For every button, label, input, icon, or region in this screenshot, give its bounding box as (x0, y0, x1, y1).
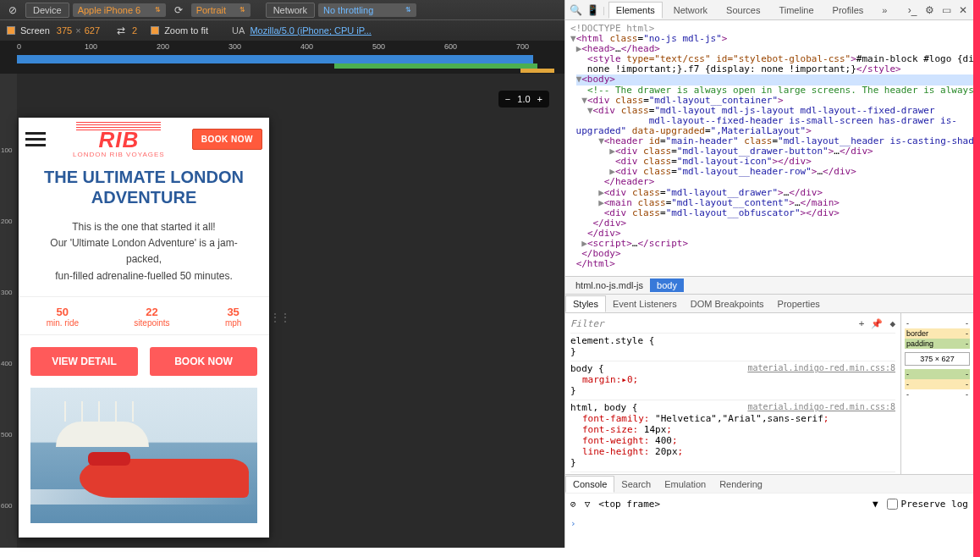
rule-selector: body { (570, 363, 604, 374)
book-now-button[interactable]: BOOK NOW (192, 129, 262, 150)
subtab-dom-breakpoints[interactable]: DOM Breakpoints (684, 296, 771, 312)
subtab-properties[interactable]: Properties (771, 296, 827, 312)
hamburger-icon[interactable] (25, 129, 46, 149)
tab-elements[interactable]: Elements (608, 2, 663, 19)
bm-border-label: border (906, 329, 928, 338)
toggle-arrow[interactable]: ▼ (598, 135, 604, 146)
desc-line: Our 'Ultimate London Adventure' is a jam… (34, 235, 254, 267)
stats-row: 50min. ride 22sitepoints 35mph (19, 296, 269, 335)
ruler-tick: 600 (1, 502, 12, 510)
context-chevron-icon[interactable]: ▼ (873, 499, 878, 510)
toggle-state-icon[interactable]: 📌 (871, 318, 883, 329)
screen-height[interactable]: 627 (85, 25, 100, 36)
zoom-control[interactable]: − 1.0 + (498, 91, 549, 108)
toggle-arrow[interactable]: ▼ (581, 95, 587, 106)
zoom-to-fit-label: Zoom to fit (164, 25, 208, 36)
tab-network[interactable]: Network (666, 2, 715, 19)
toggle-arrow[interactable]: ▼ (570, 33, 576, 44)
crumb-body[interactable]: body (650, 278, 684, 292)
device-toolbar: ⊘ Device Apple iPhone 6⇅ ⟳ Portrait⇅ Net… (0, 0, 564, 41)
screen-width[interactable]: 375 (57, 25, 72, 36)
context-select[interactable]: <top frame> (598, 499, 660, 510)
view-detail-button[interactable]: VIEW DETAIL (30, 347, 138, 376)
device-label: Device (25, 3, 69, 18)
ruler-tick: 400 (1, 360, 12, 367)
ua-value[interactable]: Mozilla/5.0 (iPhone; CPU iP... (250, 25, 371, 36)
drawer-tab-console[interactable]: Console (565, 476, 614, 493)
zoom-value: 1.0 (517, 94, 530, 104)
hero-title: THE ULTIMATE LONDON ADVENTURE (19, 160, 269, 212)
dom-tree[interactable]: <!DOCTYPE html> ▼<html class="no-js mdl-… (565, 20, 973, 276)
reload-icon[interactable]: ⟳ (173, 4, 184, 16)
close-icon[interactable]: ✕ (956, 3, 970, 17)
zoom-checkbox[interactable] (151, 26, 159, 35)
settings-gear-icon[interactable]: ⚙ (922, 3, 936, 17)
orientation-value: Portrait (196, 5, 226, 15)
toggle-arrow[interactable]: ▶ (609, 146, 615, 157)
toggle-arrow[interactable]: ▶ (598, 187, 604, 198)
drawer-tab-rendering[interactable]: Rendering (713, 477, 769, 492)
throttling-value: No throttling (323, 5, 373, 15)
tab-sources[interactable]: Sources (718, 2, 768, 19)
css-source-link[interactable]: material.indigo-red.min.css:8 (747, 402, 895, 411)
filter-input[interactable]: Filter (570, 318, 604, 329)
box-model: -- border- padding- 375 × 627 -- -- -- (900, 313, 973, 474)
hero-description: This is the one that started it all! Our… (19, 212, 269, 296)
crumb-html[interactable]: html.no-js.mdl-js (569, 278, 650, 292)
toggle-arrow[interactable]: ▶ (598, 197, 604, 208)
style-attrs: type="text/css" id="stylebot-global-css" (626, 53, 851, 64)
css-prop[interactable]: margin:▸0; (582, 374, 638, 385)
screen-checkbox[interactable] (7, 26, 15, 35)
inspect-icon[interactable]: 🔍 (569, 3, 582, 17)
tab-profiles[interactable]: Profiles (825, 2, 872, 19)
stat-label: min. ride (47, 318, 79, 328)
rule-selector: html, body { (570, 402, 637, 413)
content-size: 375 × 627 (905, 352, 970, 366)
block-icon[interactable]: ⊘ (7, 4, 19, 16)
zoom-out-icon[interactable]: − (505, 94, 510, 104)
console-controls: ⊘ ▽ <top frame> ▼ Preserve log (565, 493, 973, 515)
network-label: Network (266, 3, 315, 18)
console-toggle-icon[interactable]: ›_ (906, 3, 919, 17)
add-rule-icon[interactable]: + (859, 318, 865, 329)
stat-num: 50 (47, 306, 79, 318)
styles-tabs: Styles Event Listeners DOM Breakpoints P… (565, 295, 973, 313)
drawer-tab-search[interactable]: Search (614, 477, 658, 492)
console-prompt[interactable]: › (565, 515, 973, 532)
filter-icon[interactable]: ▽ (585, 499, 591, 510)
ua-label: UA (232, 25, 245, 36)
tabs-overflow[interactable]: » (874, 2, 895, 19)
styles-rules[interactable]: Filter + 📌 ◆ element.style {} material.i… (565, 313, 900, 474)
tab-timeline[interactable]: Timeline (771, 2, 821, 19)
stat-num: 22 (134, 306, 169, 318)
throttling-select[interactable]: No throttling⇅ (318, 3, 416, 17)
subtab-styles[interactable]: Styles (565, 295, 606, 312)
styles-body: Filter + 📌 ◆ element.style {} material.i… (565, 313, 973, 474)
preserve-log-checkbox[interactable] (887, 499, 898, 510)
stat-item: 22sitepoints (134, 306, 169, 328)
tick: 600 (444, 42, 457, 51)
toggle-arrow[interactable]: ▶ (581, 238, 587, 249)
app-header: RIB LONDON RIB VOYAGES BOOK NOW (19, 118, 269, 160)
dock-icon[interactable]: ▭ (939, 3, 953, 17)
subtab-event-listeners[interactable]: Event Listeners (606, 296, 684, 312)
toggle-arrow[interactable]: ▼ (587, 105, 593, 116)
toggle-arrow[interactable]: ▶ (609, 166, 615, 177)
cta-row: VIEW DETAIL BOOK NOW (19, 335, 269, 388)
right-strip (973, 0, 980, 557)
device-mode-icon[interactable]: 📱 (586, 3, 599, 17)
device-select[interactable]: Apple iPhone 6⇅ (73, 3, 166, 17)
ruler-tick: 500 (1, 431, 12, 438)
book-now-button-large[interactable]: BOOK NOW (150, 347, 257, 376)
css-source-link[interactable]: material.indigo-red.min.css:8 (747, 363, 895, 372)
zoom-in-icon[interactable]: + (537, 94, 542, 104)
tick: 700 (516, 42, 529, 51)
resize-grip[interactable]: ⋮⋮ (269, 311, 289, 324)
swap-icon[interactable]: ⇄ (115, 25, 127, 36)
tick: 400 (300, 42, 313, 51)
orientation-select[interactable]: Portrait⇅ (191, 3, 251, 17)
drawer-tab-emulation[interactable]: Emulation (658, 477, 713, 492)
vertical-ruler: 100 200 300 400 500 600 (0, 74, 17, 548)
more-icon[interactable]: ◆ (889, 318, 895, 329)
clear-console-icon[interactable]: ⊘ (570, 499, 576, 510)
